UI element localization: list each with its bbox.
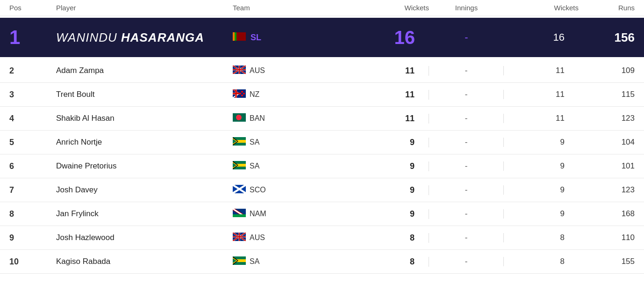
row-pos: 3 <box>9 90 56 100</box>
row-wickets: 9 <box>354 209 429 219</box>
top-wickets: 16 <box>354 27 429 48</box>
table-row: 10 Kagiso Rabada SA 8 - 8 155 <box>0 250 644 274</box>
data-rows: 2 Adam Zampa AUS 11 - 11 109 3 Trent Bou… <box>0 59 644 274</box>
row-pos: 4 <box>9 114 56 124</box>
table-row: 7 Josh Davey SCO 9 - 9 123 <box>0 178 644 202</box>
row-runs: 123 <box>579 185 635 195</box>
svg-point-23 <box>241 95 243 96</box>
table-row: 4 Shakib Al Hasan BAN 11 - 11 123 <box>0 107 644 131</box>
col-player: Player <box>56 4 233 12</box>
row-innings: - <box>429 90 504 99</box>
row-team-code: NZ <box>250 90 259 99</box>
top-wickets2: 16 <box>504 31 579 44</box>
col-wickets: Wickets <box>354 4 429 12</box>
row-pos: 5 <box>9 138 56 147</box>
row-wickets2: 9 <box>504 138 579 147</box>
row-team-cell: NZ <box>233 89 354 100</box>
svg-point-22 <box>243 93 245 95</box>
row-team-code: SCO <box>250 186 266 194</box>
row-player-name: Josh Hazlewood <box>56 233 233 242</box>
table-row: 5 Anrich Nortje SA 9 - 9 104 <box>0 131 644 154</box>
row-wickets: 8 <box>354 257 429 267</box>
row-team-code: SA <box>250 138 259 146</box>
top-team-code: SL <box>250 33 261 43</box>
row-innings: - <box>429 161 504 171</box>
svg-rect-1 <box>235 32 236 41</box>
row-pos: 10 <box>9 257 56 267</box>
row-team-code: NAM <box>250 210 266 218</box>
row-wickets: 9 <box>354 185 429 195</box>
row-player-name: Jan Frylinck <box>56 209 233 219</box>
svg-rect-2 <box>236 32 246 41</box>
row-innings: - <box>429 257 504 266</box>
table-row: 3 Trent Boult NZ 11 - 11 115 <box>0 83 644 107</box>
table-row: 2 Adam Zampa AUS 11 - 11 109 <box>0 59 644 83</box>
row-runs: 109 <box>579 66 635 75</box>
flag-sl-icon <box>233 32 246 43</box>
row-runs: 168 <box>579 209 635 219</box>
row-team-cell: BAN <box>233 113 354 124</box>
row-pos: 8 <box>9 209 56 219</box>
row-runs: 155 <box>579 257 635 266</box>
col-pos: Pos <box>9 4 56 12</box>
row-pos: 9 <box>9 233 56 243</box>
row-wickets2: 8 <box>504 257 579 266</box>
flag-sa-icon <box>233 256 246 267</box>
top-pos: 1 <box>9 26 56 49</box>
row-team-cell: AUS <box>233 233 354 243</box>
col-innings: Innings <box>429 4 504 12</box>
row-player-name: Trent Boult <box>56 90 233 99</box>
table-row: 9 Josh Hazlewood AUS 8 - 8 110 <box>0 226 644 250</box>
row-runs: 110 <box>579 233 635 242</box>
row-player-name: Adam Zampa <box>56 66 233 75</box>
row-team-code: BAN <box>250 114 265 123</box>
flag-sa-icon <box>233 161 246 171</box>
row-team-code: AUS <box>250 234 265 242</box>
row-pos: 6 <box>9 161 56 171</box>
row-runs: 104 <box>579 138 635 147</box>
row-team-code: AUS <box>250 66 265 75</box>
row-innings: - <box>429 209 504 219</box>
top-innings: - <box>429 31 504 44</box>
row-player-name: Shakib Al Hasan <box>56 114 233 123</box>
svg-point-24 <box>239 93 241 95</box>
row-player-name: Dwaine Pretorius <box>56 161 233 171</box>
table-header: Pos Player Team Wickets Innings Wickets … <box>0 0 644 16</box>
row-wickets: 9 <box>354 161 429 171</box>
row-wickets2: 9 <box>504 185 579 195</box>
row-wickets2: 9 <box>504 161 579 171</box>
row-team-cell: SA <box>233 161 354 171</box>
row-team-cell: NAM <box>233 209 354 219</box>
row-innings: - <box>429 138 504 147</box>
row-runs: 115 <box>579 90 635 99</box>
top-team-cell: SL <box>233 32 354 43</box>
row-team-code: SA <box>250 162 259 170</box>
flag-sco-icon <box>233 185 246 195</box>
col-wickets2: Wickets <box>504 4 579 12</box>
flag-nam-icon <box>233 209 246 219</box>
row-runs: 123 <box>579 114 635 123</box>
top-runs: 156 <box>579 30 635 45</box>
flag-aus-icon <box>233 233 246 243</box>
row-player-name: Josh Davey <box>56 185 233 195</box>
row-wickets: 8 <box>354 233 429 243</box>
row-wickets2: 11 <box>504 114 579 123</box>
svg-point-26 <box>236 115 242 120</box>
row-innings: - <box>429 114 504 123</box>
flag-ban-icon <box>233 113 246 124</box>
row-wickets2: 8 <box>504 233 579 242</box>
row-wickets: 11 <box>354 114 429 124</box>
row-team-cell: SA <box>233 256 354 267</box>
row-innings: - <box>429 66 504 75</box>
row-wickets2: 11 <box>504 66 579 75</box>
row-wickets2: 11 <box>504 90 579 99</box>
row-player-name: Kagiso Rabada <box>56 257 233 266</box>
row-pos: 7 <box>9 185 56 195</box>
row-innings: - <box>429 233 504 242</box>
row-pos: 2 <box>9 66 56 76</box>
top-player-row: 1 WANINDU HASARANGA SL 16 - 16 156 <box>0 18 644 57</box>
row-player-name: Anrich Nortje <box>56 138 233 147</box>
row-team-cell: SA <box>233 137 354 147</box>
flag-sa-icon <box>233 137 246 147</box>
col-team: Team <box>233 4 354 12</box>
